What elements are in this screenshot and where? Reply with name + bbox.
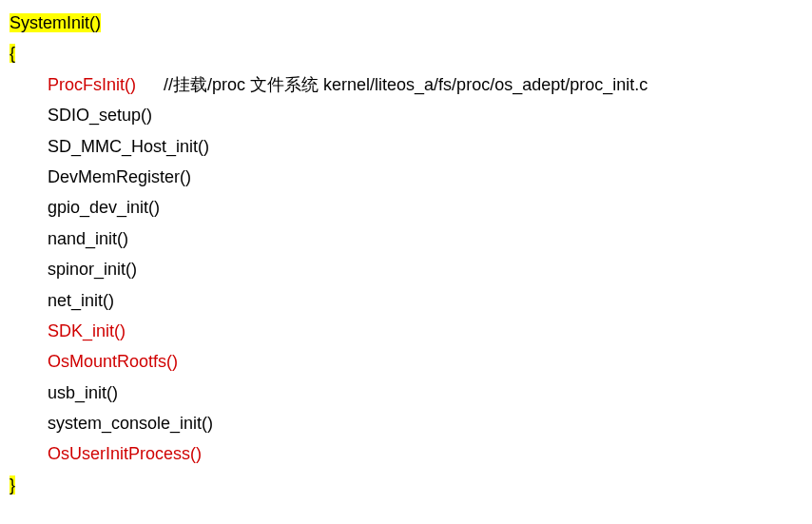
code-line: system_console_init(): [10, 408, 802, 438]
code-line: net_init(): [10, 285, 802, 316]
code-line: SDIO_setup(): [10, 100, 802, 130]
function-name: SystemInit(): [10, 13, 101, 32]
close-brace-line: }: [10, 470, 802, 500]
open-brace-line: {: [10, 38, 802, 68]
call-sd-mmc-host-init: SD_MMC_Host_init(): [48, 137, 209, 156]
function-header-line: SystemInit(): [10, 8, 802, 38]
code-line: nand_init(): [10, 223, 802, 254]
code-line: spinor_init(): [10, 254, 802, 284]
call-osuserinitprocess: OsUserInitProcess(): [48, 444, 202, 463]
open-brace: {: [10, 44, 15, 63]
code-line: OsMountRootfs(): [10, 346, 802, 377]
code-line: DevMemRegister(): [10, 162, 802, 192]
comment-procfsinit: //挂载/proc 文件系统 kernel/liteos_a/fs/proc/o…: [164, 75, 648, 94]
call-osmountrootfs: OsMountRootfs(): [48, 352, 178, 371]
call-spinor-init: spinor_init(): [48, 260, 137, 279]
close-brace: }: [10, 475, 15, 495]
code-line: OsUserInitProcess(): [10, 438, 802, 469]
code-line: SD_MMC_Host_init(): [10, 131, 802, 162]
call-procfsinit: ProcFsInit(): [48, 75, 136, 94]
call-nand-init: nand_init(): [48, 229, 128, 248]
code-block: SystemInit() { ProcFsInit() //挂载/proc 文件…: [10, 8, 802, 500]
call-gpio-dev-init: gpio_dev_init(): [48, 198, 160, 217]
code-line: ProcFsInit() //挂载/proc 文件系统 kernel/liteo…: [10, 69, 802, 100]
call-net-init: net_init(): [48, 291, 114, 310]
call-sdk-init: SDK_init(): [48, 321, 126, 340]
call-sdio-setup: SDIO_setup(): [48, 106, 152, 125]
call-devmemregister: DevMemRegister(): [48, 167, 191, 186]
code-line: gpio_dev_init(): [10, 192, 802, 223]
code-line: SDK_init(): [10, 316, 802, 346]
code-line: usb_init(): [10, 378, 802, 408]
call-usb-init: usb_init(): [48, 383, 118, 402]
call-system-console-init: system_console_init(): [48, 414, 213, 433]
